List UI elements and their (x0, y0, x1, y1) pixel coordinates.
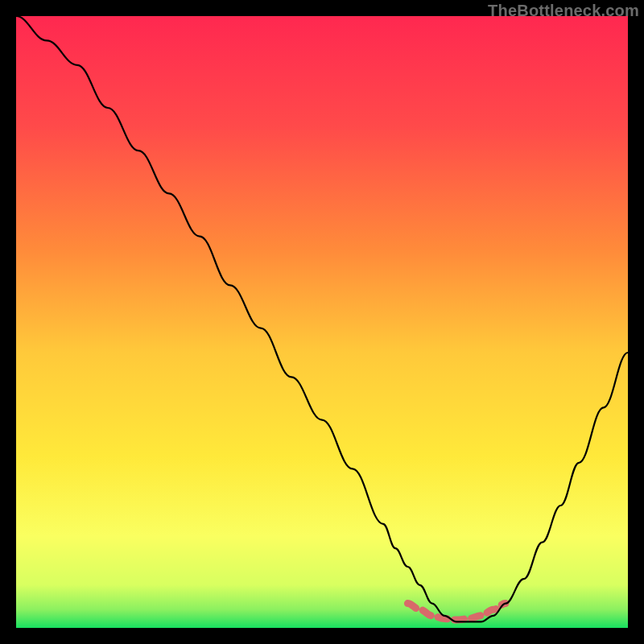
chart-frame (16, 16, 628, 628)
watermark-text: TheBottleneck.com (488, 2, 639, 20)
chart-canvas (16, 16, 628, 628)
